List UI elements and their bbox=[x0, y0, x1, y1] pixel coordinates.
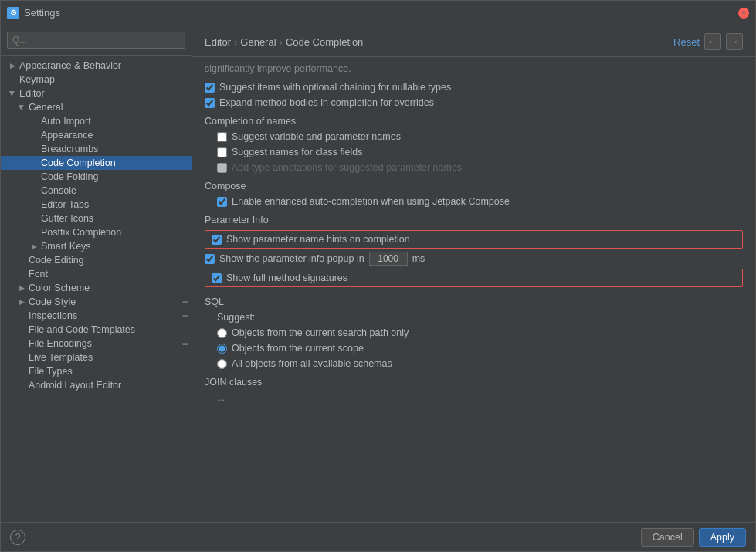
param-hints-label[interactable]: Show parameter name hints on completion bbox=[226, 234, 410, 245]
nullable-label[interactable]: Suggest items with optional chaining for… bbox=[219, 82, 451, 93]
suggest-class-fields-label[interactable]: Suggest names for class fields bbox=[232, 147, 363, 157]
settings-window: ⚙ Settings × ▶ Appearance & Behavior ▶ K… bbox=[0, 0, 756, 552]
sidebar-item-code-completion[interactable]: ▶ Code Completion bbox=[1, 156, 192, 170]
close-button[interactable]: × bbox=[738, 8, 749, 19]
join-clauses-content: ... bbox=[217, 392, 743, 403]
sidebar-label: Smart Keys bbox=[41, 241, 91, 252]
sidebar-label: Inspections bbox=[29, 310, 77, 321]
search-box bbox=[1, 25, 192, 56]
suggest-variable-checkbox[interactable] bbox=[217, 132, 227, 142]
sidebar-item-code-editing[interactable]: ▶ Code Editing bbox=[1, 253, 192, 267]
sidebar-item-file-code-templates[interactable]: ▶ File and Code Templates bbox=[1, 323, 192, 337]
sidebar-label: Editor Tabs bbox=[41, 199, 89, 210]
sql-radio-3[interactable] bbox=[217, 359, 227, 369]
sql-option-1-label[interactable]: Objects from the current search path onl… bbox=[232, 327, 409, 338]
sidebar-item-auto-import[interactable]: ▶ Auto Import bbox=[1, 114, 192, 128]
enable-enhanced-checkbox[interactable] bbox=[217, 197, 227, 207]
sidebar-item-android-layout-editor[interactable]: ▶ Android Layout Editor bbox=[1, 378, 192, 392]
sidebar-label: Breadcrumbs bbox=[41, 144, 98, 154]
suggest-variable-row: Suggest variable and parameter names bbox=[217, 131, 743, 142]
content-header: Editor › General › Code Completion Reset… bbox=[192, 25, 755, 57]
add-type-annotations-row: Add type annotations for suggested param… bbox=[217, 162, 743, 173]
help-button[interactable]: ? bbox=[10, 530, 25, 545]
popup-delay-input[interactable]: 1000 bbox=[369, 252, 408, 266]
search-input[interactable] bbox=[7, 32, 185, 49]
modified-indicator: ▪▪ bbox=[182, 311, 188, 320]
sidebar-label: Code Editing bbox=[29, 255, 84, 266]
sidebar-label: Console bbox=[41, 185, 76, 196]
expand-method-checkbox-row: Expand method bodies in completion for o… bbox=[205, 97, 743, 108]
arrow-icon: ▶ bbox=[16, 296, 27, 307]
sql-option-3-label[interactable]: All objects from all available schemas bbox=[232, 358, 392, 369]
sidebar-item-color-scheme[interactable]: ▶ Color Scheme bbox=[1, 281, 192, 295]
sidebar-item-file-encodings[interactable]: ▶ File Encodings ▪▪ bbox=[1, 337, 192, 351]
sidebar-label: Code Folding bbox=[41, 171, 98, 182]
compose-title: Compose bbox=[205, 181, 743, 191]
sidebar-label: Color Scheme bbox=[29, 283, 90, 293]
arrow-icon: ▶ bbox=[7, 88, 18, 99]
sidebar-item-keymap[interactable]: ▶ Keymap bbox=[1, 73, 192, 86]
sidebar-label: Keymap bbox=[19, 74, 55, 85]
sql-option-2-label[interactable]: Objects from the current scope bbox=[232, 343, 364, 354]
sidebar-item-appearance-behavior[interactable]: ▶ Appearance & Behavior bbox=[1, 59, 192, 73]
parameter-info-title: Parameter Info bbox=[205, 215, 743, 225]
sidebar-item-font[interactable]: ▶ Font bbox=[1, 267, 192, 281]
modified-indicator: ▪▪ bbox=[182, 297, 188, 306]
popup-delay-label[interactable]: Show the parameter info popup in bbox=[219, 253, 364, 264]
completion-names-title: Completion of names bbox=[205, 116, 743, 127]
cancel-button[interactable]: Cancel bbox=[641, 528, 694, 547]
join-clauses-title: JOIN clauses bbox=[205, 377, 743, 388]
sidebar-item-breadcrumbs[interactable]: ▶ Breadcrumbs bbox=[1, 142, 192, 156]
popup-delay-row: Show the parameter info popup in 1000 ms bbox=[205, 252, 743, 266]
sidebar-label: Auto Import bbox=[41, 116, 91, 127]
sidebar-item-editor-tabs[interactable]: ▶ Editor Tabs bbox=[1, 198, 192, 212]
sidebar-item-code-style[interactable]: ▶ Code Style ▪▪ bbox=[1, 295, 192, 309]
sidebar-item-live-templates[interactable]: ▶ Live Templates bbox=[1, 351, 192, 364]
breadcrumb-sep-1: › bbox=[234, 36, 237, 48]
suggest-label: Suggest: bbox=[217, 312, 743, 323]
sql-radio-1[interactable] bbox=[217, 328, 227, 338]
nullable-checkbox[interactable] bbox=[205, 83, 215, 93]
forward-button[interactable]: → bbox=[726, 33, 743, 50]
sidebar-item-appearance[interactable]: ▶ Appearance bbox=[1, 128, 192, 142]
full-signatures-label[interactable]: Show full method signatures bbox=[226, 273, 347, 283]
reset-button[interactable]: Reset bbox=[673, 36, 700, 48]
apply-button[interactable]: Apply bbox=[699, 528, 746, 547]
suggest-class-fields-checkbox[interactable] bbox=[217, 147, 227, 157]
param-hints-checkbox[interactable] bbox=[212, 235, 222, 245]
sidebar-item-editor[interactable]: ▶ Editor bbox=[1, 86, 192, 100]
nullable-checkbox-row: Suggest items with optional chaining for… bbox=[205, 82, 743, 93]
sidebar-item-inspections[interactable]: ▶ Inspections ▪▪ bbox=[1, 309, 192, 323]
sidebar-item-postfix-completion[interactable]: ▶ Postfix Completion bbox=[1, 225, 192, 239]
sidebar-label: Code Completion bbox=[41, 157, 116, 168]
sidebar-item-gutter-icons[interactable]: ▶ Gutter Icons bbox=[1, 212, 192, 225]
suggest-variable-label[interactable]: Suggest variable and parameter names bbox=[232, 131, 401, 142]
suggest-class-fields-row: Suggest names for class fields bbox=[217, 147, 743, 157]
header-actions: Reset ← → bbox=[673, 33, 743, 50]
sql-radio-2[interactable] bbox=[217, 344, 227, 354]
sidebar: ▶ Appearance & Behavior ▶ Keymap ▶ Edito… bbox=[1, 25, 192, 522]
sidebar-label: Live Templates bbox=[29, 352, 93, 363]
enable-enhanced-row: Enable enhanced auto-completion when usi… bbox=[217, 196, 743, 207]
full-signatures-checkbox[interactable] bbox=[212, 273, 222, 283]
title-bar: ⚙ Settings × bbox=[1, 1, 755, 25]
breadcrumb-sep-2: › bbox=[280, 36, 283, 48]
breadcrumb-code-completion: Code Completion bbox=[286, 36, 363, 48]
sidebar-item-file-types[interactable]: ▶ File Types bbox=[1, 364, 192, 378]
back-button[interactable]: ← bbox=[704, 33, 721, 50]
sidebar-item-code-folding[interactable]: ▶ Code Folding bbox=[1, 170, 192, 184]
sql-option-2-row: Objects from the current scope bbox=[217, 343, 743, 354]
popup-delay-checkbox[interactable] bbox=[205, 254, 215, 264]
add-type-annotations-checkbox[interactable] bbox=[217, 163, 227, 173]
expand-method-checkbox[interactable] bbox=[205, 98, 215, 108]
expand-method-label[interactable]: Expand method bodies in completion for o… bbox=[219, 97, 434, 108]
sidebar-item-general[interactable]: ▶ General bbox=[1, 100, 192, 114]
sql-section: SQL Suggest: Objects from the current se… bbox=[205, 296, 743, 369]
enable-enhanced-label[interactable]: Enable enhanced auto-completion when usi… bbox=[232, 196, 510, 207]
modified-indicator: ▪▪ bbox=[182, 339, 188, 348]
window-controls: × bbox=[738, 8, 749, 19]
sidebar-label: File and Code Templates bbox=[29, 324, 135, 335]
sidebar-item-smart-keys[interactable]: ▶ Smart Keys bbox=[1, 239, 192, 253]
sidebar-item-console[interactable]: ▶ Console bbox=[1, 184, 192, 198]
sidebar-label: Android Layout Editor bbox=[29, 380, 121, 391]
